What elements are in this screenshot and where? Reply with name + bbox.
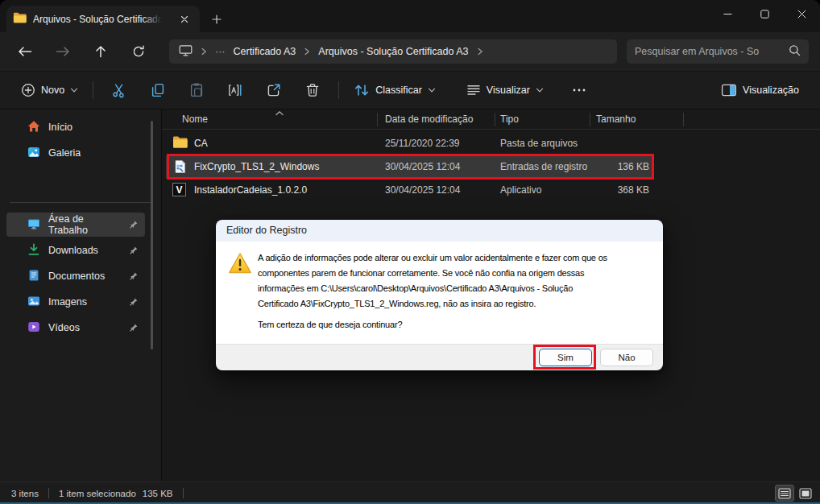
forward-arrow-icon bbox=[56, 46, 70, 57]
file-row-instaladorcadeias[interactable]: V InstaladorCadeias_1.0.2.0 30/04/2025 1… bbox=[162, 179, 820, 202]
column-header-data[interactable]: Data de modificação bbox=[385, 114, 473, 125]
pin-icon bbox=[129, 297, 139, 307]
search-box bbox=[627, 39, 809, 64]
sidebar-item-label: Downloads bbox=[48, 245, 98, 256]
delete-button[interactable] bbox=[293, 76, 332, 104]
column-divider[interactable] bbox=[590, 113, 590, 126]
maximize-icon bbox=[760, 10, 769, 19]
folder-icon bbox=[13, 12, 27, 26]
more-options-button[interactable] bbox=[560, 76, 598, 104]
breadcrumb-item-current[interactable]: Arquivos - Solução Certificado A3 bbox=[318, 46, 468, 57]
up-button[interactable] bbox=[87, 39, 114, 64]
paste-button[interactable] bbox=[177, 76, 216, 104]
pin-icon bbox=[129, 220, 139, 229]
tab-close-button[interactable] bbox=[176, 10, 193, 28]
share-icon bbox=[266, 82, 282, 98]
forward-button[interactable] bbox=[49, 39, 77, 64]
desktop-icon bbox=[27, 217, 40, 233]
chevron-right-icon bbox=[304, 48, 310, 56]
chevron-down-icon bbox=[70, 87, 78, 93]
pin-icon bbox=[129, 271, 139, 281]
copy-button[interactable] bbox=[139, 76, 177, 104]
details-view-icon bbox=[778, 488, 791, 499]
sidebar-item-galeria[interactable]: Galeria bbox=[6, 141, 145, 165]
sort-button-label: Classificar bbox=[375, 85, 422, 96]
share-button[interactable] bbox=[255, 76, 293, 104]
up-arrow-icon bbox=[95, 45, 106, 58]
maximize-button[interactable] bbox=[746, 0, 783, 28]
refresh-button[interactable] bbox=[125, 39, 152, 64]
tab-strip: Arquivos - Solução Certificado A3 bbox=[0, 0, 820, 32]
chevron-right-icon bbox=[201, 48, 207, 56]
file-date: 30/04/2025 12:04 bbox=[385, 184, 460, 196]
minimize-button[interactable] bbox=[709, 0, 746, 28]
explorer-tab[interactable]: Arquivos - Solução Certificado A3 bbox=[6, 6, 200, 32]
status-bar: 3 itens 1 item selecionado 135 KB bbox=[0, 481, 820, 504]
sidebar-item-area-de-trabalho[interactable]: Área de Trabalho bbox=[6, 213, 145, 237]
command-bar: Novo Classificar Visualizar bbox=[0, 71, 820, 109]
sidebar-item-documentos[interactable]: Documentos bbox=[6, 264, 145, 288]
thumbnail-view-toggle[interactable] bbox=[796, 485, 815, 502]
sidebar-item-label: Galeria bbox=[48, 147, 81, 159]
preview-pane-button[interactable]: Visualização bbox=[713, 76, 807, 104]
back-button[interactable] bbox=[11, 39, 39, 64]
registry-editor-dialog: Editor do Registro A adição de informaçõ… bbox=[216, 220, 663, 370]
sidebar-item-label: Vídeos bbox=[48, 322, 80, 333]
search-icon[interactable] bbox=[789, 44, 801, 59]
copy-icon bbox=[150, 82, 166, 98]
navigation-bar: ··· Certificado A3 Arquivos - Solução Ce… bbox=[0, 32, 820, 71]
application-icon: V bbox=[172, 183, 186, 196]
column-divider[interactable] bbox=[495, 113, 495, 126]
pictures-icon bbox=[27, 295, 40, 310]
new-button[interactable]: Novo bbox=[13, 76, 86, 104]
items-count: 3 itens bbox=[11, 489, 39, 498]
gallery-icon bbox=[27, 146, 40, 161]
dialog-title: Editor do Registro bbox=[216, 220, 663, 242]
column-divider[interactable] bbox=[377, 113, 378, 126]
rename-icon bbox=[227, 82, 243, 98]
refresh-icon bbox=[132, 45, 145, 58]
trash-icon bbox=[304, 82, 321, 98]
sidebar: Início Galeria Área de Trabalho Download… bbox=[0, 109, 161, 481]
sort-ascending-indicator bbox=[275, 107, 284, 118]
column-divider[interactable] bbox=[683, 113, 684, 126]
sidebar-item-videos[interactable]: Vídeos bbox=[6, 316, 145, 340]
application-icon-glyph: V bbox=[172, 183, 186, 196]
sidebar-item-inicio[interactable]: Início bbox=[6, 115, 145, 139]
new-tab-button[interactable] bbox=[208, 10, 226, 28]
no-button[interactable]: Não bbox=[600, 349, 653, 366]
sort-arrows-icon bbox=[354, 83, 370, 97]
rename-button[interactable] bbox=[216, 76, 255, 104]
breadcrumb-item[interactable]: Certificado A3 bbox=[234, 46, 296, 57]
yes-button[interactable]: Sim bbox=[539, 349, 592, 366]
this-pc-icon[interactable] bbox=[179, 44, 193, 59]
view-button[interactable]: Visualizar bbox=[458, 76, 552, 104]
dialog-message-line: Certificado A3\FixCrypto_TLS1_2_Windows.… bbox=[258, 296, 607, 312]
file-row-fixcrypto[interactable]: FixCrypto_TLS1_2_Windows 30/04/2025 12:0… bbox=[162, 155, 820, 179]
close-button[interactable] bbox=[783, 0, 820, 28]
column-header-tamanho[interactable]: Tamanho bbox=[596, 114, 636, 125]
new-button-label: Novo bbox=[41, 85, 64, 96]
dialog-message-line: informações em C:\Users\carol\Desktop\Ar… bbox=[258, 281, 607, 296]
cut-button[interactable] bbox=[100, 76, 139, 104]
breadcrumb-overflow-button[interactable]: ··· bbox=[215, 46, 226, 57]
sidebar-scrollbar[interactable] bbox=[151, 121, 153, 349]
file-name: CA bbox=[194, 138, 208, 149]
chevron-down-icon bbox=[428, 87, 436, 93]
search-input[interactable] bbox=[635, 46, 789, 57]
sort-button[interactable]: Classificar bbox=[346, 76, 444, 104]
details-view-toggle[interactable] bbox=[775, 485, 794, 502]
file-size: 136 KB bbox=[590, 161, 649, 172]
column-header-tipo[interactable]: Tipo bbox=[500, 114, 519, 125]
toolbar-divider bbox=[93, 81, 93, 99]
column-header-row: Nome Data de modificação Tipo Tamanho bbox=[162, 109, 820, 130]
column-header-nome[interactable]: Nome bbox=[182, 114, 208, 125]
chevron-right-icon bbox=[477, 48, 483, 56]
file-row-ca[interactable]: CA 25/11/2020 22:39 Pasta de arquivos bbox=[162, 132, 820, 155]
videos-icon bbox=[27, 320, 40, 336]
selection-count: 1 item selecionado bbox=[59, 489, 136, 498]
status-divider bbox=[183, 488, 184, 498]
sidebar-item-imagens[interactable]: Imagens bbox=[6, 290, 145, 314]
sidebar-item-downloads[interactable]: Downloads bbox=[6, 238, 145, 262]
file-type: Entradas de registro bbox=[500, 161, 587, 172]
